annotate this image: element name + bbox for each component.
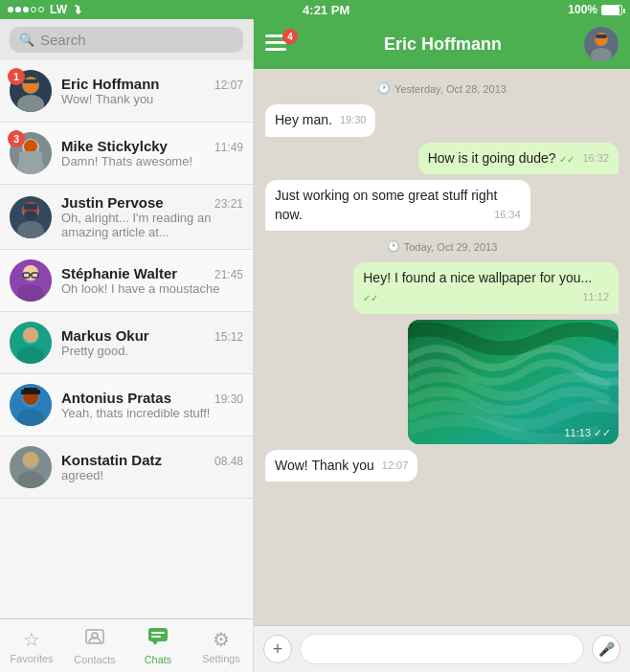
search-icon: 🔍 [19, 33, 34, 47]
image-ticks: ✓✓ [594, 427, 611, 439]
svg-rect-48 [596, 34, 607, 38]
chat-info-5: Markus Okur 15:12 Pretty good. [61, 327, 243, 358]
svg-rect-39 [148, 628, 168, 641]
battery-icon [601, 5, 622, 15]
message-1: Hey man. 19:30 [265, 104, 375, 137]
search-input-wrap[interactable]: 🔍 Search [10, 27, 243, 53]
bubble-4: Hey! I found a nice wallpaper for you...… [353, 262, 619, 313]
avatar-wrap-4 [10, 259, 52, 302]
battery-percent: 100% [568, 3, 597, 16]
msg-ticks-2: ✓✓ [559, 154, 574, 165]
chat-name-row-3: Justin Pervose 23:21 [61, 194, 243, 211]
chat-list: 1 Eric Hoffmann 12:07 Wow! Thank you [0, 60, 253, 618]
image-time-text: 11:13 [564, 427, 591, 438]
chat-item-4[interactable]: Stéphanie Walter 21:45 Oh look! I have a… [0, 250, 253, 312]
msg-time-1: 19:30 [340, 113, 367, 127]
tab-settings[interactable]: ⚙ Settings [190, 619, 253, 672]
msg-time-6: 12:07 [382, 459, 409, 473]
date-text-2: Today, Oct 29, 2013 [404, 241, 498, 253]
carrier-label: LW [50, 3, 67, 16]
message-input[interactable] [300, 634, 584, 664]
favorites-icon: ☆ [23, 628, 40, 651]
chat-time-2: 11:49 [214, 141, 243, 154]
tab-chats-label: Chats [145, 654, 172, 665]
chat-item-7[interactable]: Konstatin Datz 08.48 agreed! [0, 437, 253, 499]
date-separator-2: 🕐 Today, Oct 29, 2013 [265, 236, 619, 257]
chat-preview-4: Oh look! I have a moustache [61, 281, 243, 296]
msg-time-3: 16:34 [494, 208, 521, 222]
image-time: 11:13 ✓✓ [564, 427, 611, 439]
avatar-wrap-2: 3 [10, 132, 52, 174]
chat-time-6: 19:30 [214, 392, 243, 406]
right-panel: 4 Eric Hoffmann 🕐 Yesterday, Oct 28, 201… [254, 19, 630, 672]
mic-button[interactable]: 🎤 [592, 635, 620, 663]
svg-rect-32 [24, 388, 37, 394]
chat-preview-2: Damn! Thats awesome! [61, 154, 243, 168]
chat-preview-7: agreed! [61, 468, 243, 482]
svg-rect-43 [265, 41, 286, 44]
avatar-7 [10, 446, 52, 488]
chat-item-1[interactable]: 1 Eric Hoffmann 12:07 Wow! Thank you [0, 60, 253, 123]
chat-time-4: 21:45 [214, 268, 243, 281]
chat-name-row-1: Eric Hoffmann 12:07 [61, 76, 243, 92]
chat-item-5[interactable]: Markus Okur 15:12 Pretty good. [0, 312, 253, 374]
dot-4 [31, 7, 36, 12]
chat-name-row-2: Mike Stickylcky 11:49 [61, 138, 243, 154]
tab-contacts[interactable]: Contacts [63, 619, 126, 672]
chat-name-3: Justin Pervose [61, 194, 164, 211]
dot-1 [8, 7, 13, 12]
messages-area: 🕐 Yesterday, Oct 28, 2013 Hey man. 19:30… [254, 69, 630, 625]
tab-favorites[interactable]: ☆ Favorites [0, 619, 63, 672]
add-attachment-button[interactable]: + [263, 635, 292, 663]
date-text-1: Yesterday, Oct 28, 2013 [394, 83, 506, 95]
chat-header-title: Eric Hoffmann [302, 34, 584, 55]
status-time: 4:21 PM [303, 3, 349, 17]
tab-chats[interactable]: Chats [126, 619, 190, 672]
search-label: Search [40, 32, 86, 48]
chat-name-4: Stéphanie Walter [61, 265, 177, 281]
chat-item-6[interactable]: Antonius Pratas 19:30 Yeah, thats incred… [0, 374, 253, 437]
bubble-3: Just working on some great stuff right n… [265, 180, 530, 231]
chat-time-1: 12:07 [214, 78, 243, 92]
chat-time-5: 15:12 [214, 330, 243, 344]
chat-preview-3: Oh, alright... I'm reading an amazing ar… [61, 211, 243, 239]
message-2: How is it going dude? 16:32 ✓✓ [418, 143, 619, 175]
message-5-image: 11:13 ✓✓ [408, 320, 619, 444]
bubble-1: Hey man. 19:30 [265, 104, 375, 137]
left-panel: 🔍 Search 1 [0, 19, 254, 672]
chat-header: 4 Eric Hoffmann [254, 19, 630, 69]
msg-time-4: 11:12 [582, 290, 609, 304]
chat-name-6: Antonius Pratas [61, 390, 171, 406]
chat-name-row-5: Markus Okur 15:12 [61, 327, 243, 344]
chat-name-5: Markus Okur [61, 327, 149, 344]
bubble-6: Wow! Thank you 12:07 [265, 450, 417, 482]
svg-point-36 [23, 452, 38, 467]
chats-icon [147, 626, 169, 652]
dot-5 [38, 7, 44, 12]
signal-strength [8, 7, 44, 12]
chat-name-row-6: Antonius Pratas 19:30 [61, 390, 243, 406]
chat-info-3: Justin Pervose 23:21 Oh, alright... I'm … [61, 194, 243, 239]
tab-settings-label: Settings [202, 653, 240, 664]
message-text-4: Hey! I found a nice wallpaper for you... [363, 270, 592, 285]
message-text-1: Hey man. [275, 112, 332, 127]
avatar-wrap-7 [10, 446, 52, 488]
svg-point-8 [24, 140, 37, 153]
chat-item-2[interactable]: 3 Mike Stickylcky 11:49 Damn! Thats awes… [0, 123, 253, 185]
avatar-3 [10, 196, 52, 238]
chat-time-3: 23:21 [214, 197, 243, 211]
clock-icon-2: 🕐 [387, 240, 400, 253]
chat-item-3[interactable]: Justin Pervose 23:21 Oh, alright... I'm … [0, 185, 253, 250]
clock-icon-1: 🕐 [377, 82, 391, 95]
chat-preview-5: Pretty good. [61, 344, 243, 358]
status-left: LW ⮯ [8, 3, 84, 16]
date-separator-1: 🕐 Yesterday, Oct 28, 2013 [265, 78, 619, 99]
chat-input-bar: + 🎤 [254, 625, 630, 672]
avatar-wrap-6 [10, 384, 52, 426]
msg-time-2: 16:32 [582, 151, 609, 166]
chat-name-row-7: Konstatin Datz 08.48 [61, 452, 243, 468]
chat-info-4: Stéphanie Walter 21:45 Oh look! I have a… [61, 265, 243, 296]
contacts-icon [84, 626, 105, 652]
search-bar: 🔍 Search [0, 19, 253, 60]
main-content: 🔍 Search 1 [0, 19, 630, 672]
